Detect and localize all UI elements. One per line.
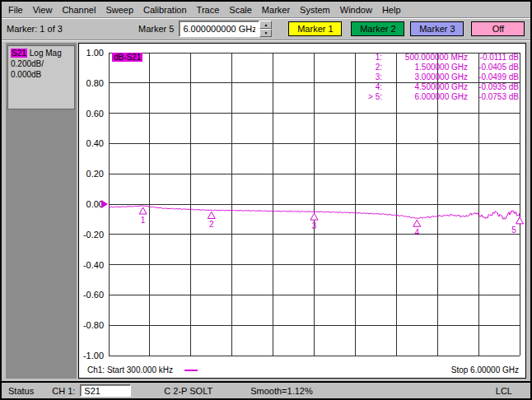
marker-4-number: 4	[414, 228, 419, 237]
y-axis-tick-label: 1.00	[86, 48, 104, 58]
marker-readout-value: -0.0405 dB	[468, 63, 519, 72]
marker-readout-value: -0.0935 dB	[468, 82, 519, 92]
menu-bar: FileViewChannelSweepCalibrationTraceScal…	[2, 2, 530, 18]
y-axis-tick-label: -0.40	[83, 260, 104, 270]
marker-readout-number: 4:	[360, 82, 382, 92]
trace-info-panel[interactable]: S21Log Mag 0.200dB/ 0.000dB	[7, 45, 75, 109]
marker-readout-frequency: 3.000000 GHz	[382, 72, 468, 82]
app-window: FileViewChannelSweepCalibrationTraceScal…	[0, 0, 532, 400]
menu-channel[interactable]: Channel	[57, 2, 100, 17]
marker-2-triangle[interactable]	[208, 212, 215, 218]
trace-title-badge: dB-S21	[112, 53, 142, 62]
marker-toolbar: Marker: 1 of 3 Marker 5 ▲ ▼ Marker 1Mark…	[2, 18, 530, 40]
trace-indicator-dash	[184, 370, 198, 371]
plot-footer: Ch1: Start 300.000 kHz Stop 6.00000 GHz	[87, 365, 519, 374]
marker-4-triangle[interactable]	[413, 220, 421, 226]
menu-scale[interactable]: Scale	[224, 2, 257, 17]
marker-frequency-field: ▲ ▼	[179, 21, 272, 37]
trace-name-badge: S21	[11, 49, 27, 58]
y-axis-tick-label: -1.00	[83, 351, 104, 360]
marker-field-label: Marker 5	[138, 24, 174, 34]
marker-readout-frequency: 500.000000 MHz	[382, 53, 468, 63]
marker-readout-number: 2:	[360, 63, 382, 72]
marker-3-button[interactable]: Marker 3	[410, 21, 464, 36]
trace-format-label: Log Mag	[30, 49, 62, 58]
sweep-stop-label: Stop 6.00000 GHz	[451, 365, 519, 374]
y-axis-tick-label: -0.80	[83, 320, 104, 330]
marker-off-button[interactable]: Off	[471, 21, 525, 36]
marker-1-button[interactable]: Marker 1	[288, 21, 342, 36]
y-axis-tick-label: 0.20	[86, 169, 104, 179]
marker-frequency-spinner: ▲ ▼	[259, 21, 272, 37]
lcl-mode-label: LCL	[496, 386, 512, 396]
marker-readout-number: 1:	[360, 53, 382, 63]
menu-file[interactable]: File	[3, 2, 28, 17]
y-axis-tick-label: 0.00	[86, 199, 104, 209]
reference-level-arrow	[101, 200, 108, 208]
marker-1-number: 1	[141, 216, 146, 225]
spinner-up-button[interactable]: ▲	[259, 21, 272, 29]
marker-5-triangle[interactable]	[516, 217, 524, 224]
marker-readout: 1:500.000000 MHz-0.0111 dB2:1.500000 GHz…	[360, 53, 519, 102]
main-area: S21Log Mag 0.200dB/ 0.000dB 1.000.800.60…	[2, 40, 530, 381]
menu-marker[interactable]: Marker	[257, 2, 295, 17]
menu-calibration[interactable]: Calibration	[138, 2, 192, 17]
y-axis-tick-label: 0.60	[86, 109, 104, 119]
menu-system[interactable]: System	[295, 2, 335, 17]
channel-label: CH 1:	[52, 386, 75, 396]
marker-readout-value: -0.0111 dB	[468, 53, 519, 63]
trace-ref-label: 0.000dB	[11, 69, 72, 80]
y-axis-tick-label: 0.40	[86, 138, 104, 148]
marker-readout-frequency: 6.000000 GHz	[382, 92, 468, 102]
y-axis-tick-label: -0.20	[83, 230, 104, 240]
marker-readout-value: -0.0753 dB	[468, 92, 519, 102]
marker-frequency-input[interactable]	[179, 21, 259, 37]
marker-2-button[interactable]: Marker 2	[351, 21, 404, 36]
active-trace-field: S21	[80, 384, 131, 397]
spinner-down-button[interactable]: ▼	[259, 29, 272, 37]
status-bar: Status CH 1: S21 C 2-P SOLT Smooth=1.12%…	[2, 381, 530, 398]
y-axis-tick-label: -0.60	[83, 290, 104, 300]
marker-3-triangle[interactable]	[310, 213, 318, 220]
marker-1-triangle[interactable]	[139, 207, 147, 214]
trace-scale-label: 0.200dB/	[11, 58, 72, 69]
marker-readout-number: 3:	[360, 72, 382, 82]
menu-window[interactable]: Window	[335, 2, 377, 17]
menu-sweep[interactable]: Sweep	[100, 2, 138, 17]
marker-readout-number: > 5:	[360, 92, 382, 102]
trace-sidebar: S21Log Mag 0.200dB/ 0.000dB	[6, 43, 77, 379]
status-label: Status	[8, 386, 34, 396]
plot-area: 1.000.800.600.400.200.00-0.20-0.40-0.60-…	[78, 43, 526, 379]
marker-5-number: 5	[511, 226, 516, 235]
marker-readout-frequency: 4.500000 GHz	[382, 82, 468, 92]
marker-status-text: Marker: 1 of 3	[7, 24, 138, 34]
marker-buttons: Marker 1Marker 2Marker 3Off	[288, 21, 525, 36]
sweep-start-label: Ch1: Start 300.000 kHz	[87, 365, 173, 374]
y-axis-tick-label: 0.80	[86, 78, 104, 88]
marker-3-number: 3	[312, 221, 317, 230]
marker-readout-value: -0.0499 dB	[468, 72, 519, 82]
marker-readout-frequency: 1.500000 GHz	[382, 63, 468, 72]
marker-2-number: 2	[209, 220, 214, 229]
cal-status-label: C 2-P SOLT	[164, 386, 212, 396]
smoothing-label: Smooth=1.12%	[250, 386, 313, 396]
menu-help[interactable]: Help	[377, 2, 406, 17]
menu-trace[interactable]: Trace	[192, 2, 225, 17]
menu-view[interactable]: View	[28, 2, 58, 17]
